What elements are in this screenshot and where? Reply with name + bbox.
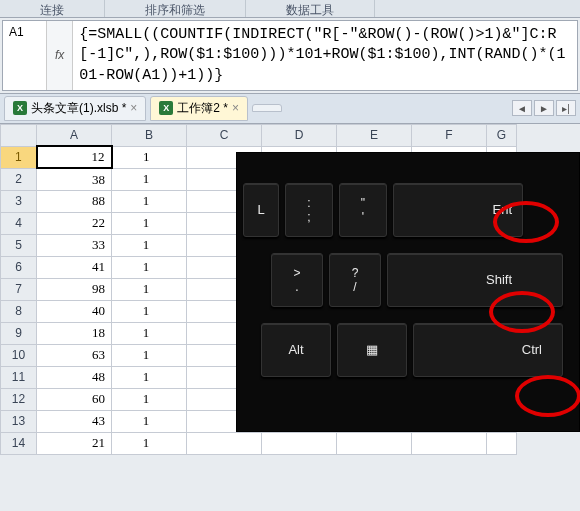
row-header[interactable]: 9: [1, 322, 37, 344]
cell[interactable]: 41: [37, 256, 112, 278]
ribbon-group-sort: 排序和筛选: [105, 0, 246, 17]
cell[interactable]: [262, 432, 337, 454]
cell[interactable]: 38: [37, 168, 112, 190]
cell[interactable]: 33: [37, 234, 112, 256]
row-header[interactable]: 3: [1, 190, 37, 212]
row-header[interactable]: 8: [1, 300, 37, 322]
row-header[interactable]: 12: [1, 388, 37, 410]
highlight-circle-shift: [489, 291, 555, 333]
cell[interactable]: 1: [112, 234, 187, 256]
cell[interactable]: [487, 432, 517, 454]
ribbon-group-connections: 连接: [0, 0, 105, 17]
row-header[interactable]: 1: [1, 146, 37, 168]
row-header[interactable]: 10: [1, 344, 37, 366]
key-slash: ?/: [329, 253, 381, 307]
cell[interactable]: 60: [37, 388, 112, 410]
key-semicolon: :;: [285, 183, 333, 237]
highlight-circle-ctrl: [515, 375, 580, 417]
excel-icon: X: [13, 101, 27, 115]
cell[interactable]: 1: [112, 212, 187, 234]
cell[interactable]: 1: [112, 168, 187, 190]
spreadsheet: A B C D E F G 11212381388142215331641179…: [0, 124, 580, 455]
formula-input[interactable]: {=SMALL((COUNTIF(INDIRECT("R[-"&ROW()-(R…: [73, 21, 577, 90]
key-ctrl: Ctrl: [413, 323, 563, 377]
col-header-B[interactable]: B: [112, 124, 187, 146]
ribbon-groups: 连接 排序和筛选 数据工具: [0, 0, 580, 18]
row-header[interactable]: 11: [1, 366, 37, 388]
cell[interactable]: [187, 432, 262, 454]
key-L: L: [243, 183, 279, 237]
workbook-tab-1[interactable]: X 头条文章(1).xlsb * ×: [4, 96, 146, 121]
cell[interactable]: 43: [37, 410, 112, 432]
cell[interactable]: 40: [37, 300, 112, 322]
tab-next-button[interactable]: ►: [534, 100, 554, 116]
cell[interactable]: 88: [37, 190, 112, 212]
ribbon-group-data-tools: 数据工具: [246, 0, 375, 17]
highlight-circle-enter: [493, 201, 559, 243]
cell[interactable]: 1: [112, 190, 187, 212]
close-icon[interactable]: ×: [232, 101, 239, 115]
close-icon[interactable]: ×: [130, 101, 137, 115]
name-box[interactable]: A1: [3, 21, 47, 90]
workbook-tabs: X 头条文章(1).xlsb * × X 工作簿2 * × ◄ ► ▸|: [0, 93, 580, 124]
tab-last-button[interactable]: ▸|: [556, 100, 576, 116]
col-header-C[interactable]: C: [187, 124, 262, 146]
cell[interactable]: 1: [112, 432, 187, 454]
cell[interactable]: 1: [112, 322, 187, 344]
row-header[interactable]: 5: [1, 234, 37, 256]
new-tab-button[interactable]: [252, 104, 282, 112]
cell[interactable]: 1: [112, 366, 187, 388]
keyboard-image: L :; "' Ent >. ?/ Shift Alt ▦ Ctrl: [236, 152, 580, 432]
tab-prev-button[interactable]: ◄: [512, 100, 532, 116]
cell[interactable]: 48: [37, 366, 112, 388]
key-period: >.: [271, 253, 323, 307]
col-header-F[interactable]: F: [412, 124, 487, 146]
cell[interactable]: 1: [112, 300, 187, 322]
row-header[interactable]: 6: [1, 256, 37, 278]
cell[interactable]: 21: [37, 432, 112, 454]
cell[interactable]: 98: [37, 278, 112, 300]
cell[interactable]: 22: [37, 212, 112, 234]
cell[interactable]: 63: [37, 344, 112, 366]
cell[interactable]: 1: [112, 344, 187, 366]
key-quote: "': [339, 183, 387, 237]
fx-icon: fx: [55, 48, 64, 62]
workbook-tab-2[interactable]: X 工作簿2 * ×: [150, 96, 248, 121]
cell[interactable]: [337, 432, 412, 454]
key-alt: Alt: [261, 323, 331, 377]
formula-bar: A1 fx {=SMALL((COUNTIF(INDIRECT("R[-"&RO…: [2, 20, 578, 91]
row-header[interactable]: 14: [1, 432, 37, 454]
cell[interactable]: 18: [37, 322, 112, 344]
cell[interactable]: 1: [112, 278, 187, 300]
key-menu: ▦: [337, 323, 407, 377]
cell[interactable]: 1: [112, 146, 187, 168]
excel-icon: X: [159, 101, 173, 115]
col-header-E[interactable]: E: [337, 124, 412, 146]
col-header-G[interactable]: G: [487, 124, 517, 146]
col-header-D[interactable]: D: [262, 124, 337, 146]
row-header[interactable]: 2: [1, 168, 37, 190]
cell[interactable]: 1: [112, 388, 187, 410]
tab-label: 工作簿2 *: [177, 100, 228, 117]
cell[interactable]: 1: [112, 410, 187, 432]
select-all-corner[interactable]: [1, 124, 37, 146]
row-header[interactable]: 4: [1, 212, 37, 234]
row-header[interactable]: 7: [1, 278, 37, 300]
tab-label: 头条文章(1).xlsb *: [31, 100, 126, 117]
cell[interactable]: 12: [37, 146, 112, 168]
cell[interactable]: 1: [112, 256, 187, 278]
col-header-A[interactable]: A: [37, 124, 112, 146]
row-header[interactable]: 13: [1, 410, 37, 432]
fx-button[interactable]: fx: [47, 21, 73, 90]
cell[interactable]: [412, 432, 487, 454]
